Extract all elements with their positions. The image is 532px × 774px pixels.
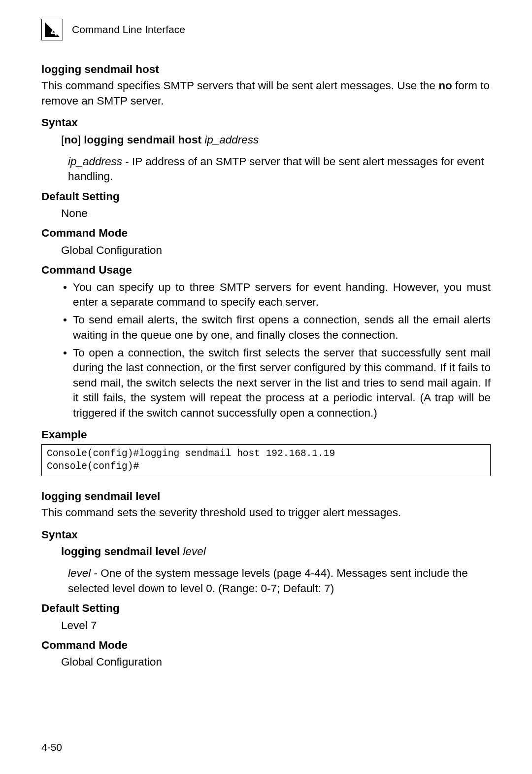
section1-param-desc: ip_address - IP address of an SMTP serve… xyxy=(41,154,491,184)
section2-default-label: Default Setting xyxy=(41,601,491,616)
section2-default-value: Level 7 xyxy=(41,618,491,633)
page-header: 4 Command Line Interface xyxy=(41,19,491,40)
list-item: To send email alerts, the switch first o… xyxy=(61,313,491,343)
param2-sep: - xyxy=(91,567,100,579)
section2-intro: This command sets the severity threshold… xyxy=(41,505,491,520)
section2-syntax-label: Syntax xyxy=(41,528,491,542)
section2-param-desc: level - One of the system message levels… xyxy=(41,566,491,596)
section1-usage-list: You can specify up to three SMTP servers… xyxy=(41,280,491,421)
chapter-title: Command Line Interface xyxy=(72,23,185,36)
triangle-4-icon: 4 xyxy=(44,21,61,38)
section1-mode-label: Command Mode xyxy=(41,226,491,241)
section1-example-label: Example xyxy=(41,427,491,442)
param2-name: level xyxy=(68,567,91,579)
syntax2-param: level xyxy=(183,545,206,558)
param2-desc-text: One of the system message levels (page 4… xyxy=(68,567,468,594)
param-sep: - xyxy=(122,155,132,168)
section1-usage-label: Command Usage xyxy=(41,263,491,278)
section1-intro: This command specifies SMTP servers that… xyxy=(41,78,491,108)
section1-title: logging sendmail host xyxy=(41,62,491,77)
section1-syntax-line: [no] logging sendmail host ip_address xyxy=(41,133,491,147)
section1-default-label: Default Setting xyxy=(41,189,491,204)
section1-intro-bold: no xyxy=(438,79,452,92)
syntax-no: no xyxy=(64,134,78,146)
section2-syntax-line: logging sendmail level level xyxy=(41,544,491,559)
syntax2-cmd: logging sendmail level xyxy=(61,545,183,558)
section1-mode-value: Global Configuration xyxy=(41,243,491,258)
chapter-number-icon: 4 xyxy=(41,19,63,40)
list-item: To open a connection, the switch first s… xyxy=(61,346,491,421)
svg-text:4: 4 xyxy=(51,24,58,38)
list-item: You can specify up to three SMTP servers… xyxy=(61,280,491,310)
section1-intro-pre: This command specifies SMTP servers that… xyxy=(41,79,438,92)
section1-default-value: None xyxy=(41,206,491,221)
section1-example-code: Console(config)#logging sendmail host 19… xyxy=(41,444,491,476)
syntax-param: ip_address xyxy=(204,134,259,146)
section1-syntax-label: Syntax xyxy=(41,115,491,130)
param-name: ip_address xyxy=(68,155,122,168)
section2-mode-label: Command Mode xyxy=(41,638,491,653)
section2-title: logging sendmail level xyxy=(41,489,491,504)
section2-mode-value: Global Configuration xyxy=(41,655,491,669)
page-number: 4-50 xyxy=(41,740,62,754)
syntax-cmd: logging sendmail host xyxy=(81,134,204,146)
